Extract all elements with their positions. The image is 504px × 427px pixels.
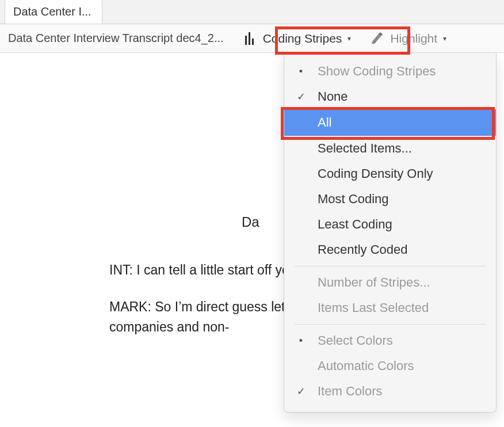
menu-item-label: Automatic Colors — [318, 359, 486, 373]
menu-item-label: Least Coding — [318, 217, 486, 232]
menu-item-label: Recently Coded — [318, 242, 486, 257]
highlighter-icon — [368, 32, 385, 45]
highlight-button[interactable]: Highlight ▾ — [362, 28, 452, 49]
bullet-icon: • — [284, 66, 318, 78]
document-heading-fragment: Da — [242, 211, 259, 232]
menu-item-label: Selected Items... — [318, 141, 486, 156]
chevron-down-icon: ▾ — [443, 35, 446, 43]
menu-item-label: Select Colors — [318, 333, 486, 348]
menu-item-label: Coding Density Only — [318, 166, 486, 181]
menu-item[interactable]: Least Coding — [284, 212, 496, 237]
coding-stripes-menu: •Show Coding Stripes✓NoneAllSelected Ite… — [284, 53, 497, 413]
menu-item[interactable]: Selected Items... — [284, 136, 496, 161]
coding-stripes-button-label: Coding Stripes — [263, 32, 342, 45]
menu-item: Automatic Colors — [284, 353, 496, 379]
coding-stripes-button[interactable]: Coding Stripes ▾ — [235, 28, 357, 49]
menu-item-label: Show Coding Stripes — [318, 64, 486, 79]
menu-item-label: Item Colors — [318, 384, 486, 399]
checkmark-icon: ✓ — [284, 90, 318, 103]
menu-item-label: Items Last Selected — [318, 300, 486, 315]
menu-item-label: Number of Stripes... — [318, 275, 486, 290]
chevron-down-icon: ▾ — [348, 35, 351, 43]
document-tab[interactable]: Data Center I... — [5, 0, 102, 24]
coding-stripes-icon — [241, 32, 258, 45]
menu-item-label: Most Coding — [318, 192, 486, 207]
menu-item-label: None — [318, 89, 486, 104]
highlight-button-label: Highlight — [390, 32, 437, 45]
menu-item: Number of Stripes... — [284, 270, 496, 295]
menu-item: Items Last Selected — [284, 295, 496, 321]
menu-item: •Select Colors — [284, 328, 496, 353]
document-title: Data Center Interview Transcript dec4_2.… — [6, 28, 226, 48]
toolbar: Data Center Interview Transcript dec4_2.… — [0, 24, 504, 53]
menu-item[interactable]: ✓None — [284, 84, 496, 109]
menu-item-label: All — [318, 115, 486, 130]
menu-item[interactable]: Recently Coded — [284, 237, 496, 262]
bullet-icon: • — [284, 335, 318, 347]
document-tab-label: Data Center I... — [13, 5, 91, 18]
menu-item: ✓Item Colors — [284, 379, 496, 404]
menu-item[interactable]: Most Coding — [284, 186, 496, 212]
menu-item[interactable]: All — [284, 109, 496, 136]
menu-item[interactable]: •Show Coding Stripes — [284, 59, 496, 84]
menu-item[interactable]: Coding Density Only — [284, 161, 496, 186]
tab-row: Data Center I... — [0, 0, 504, 24]
checkmark-icon: ✓ — [284, 385, 318, 398]
